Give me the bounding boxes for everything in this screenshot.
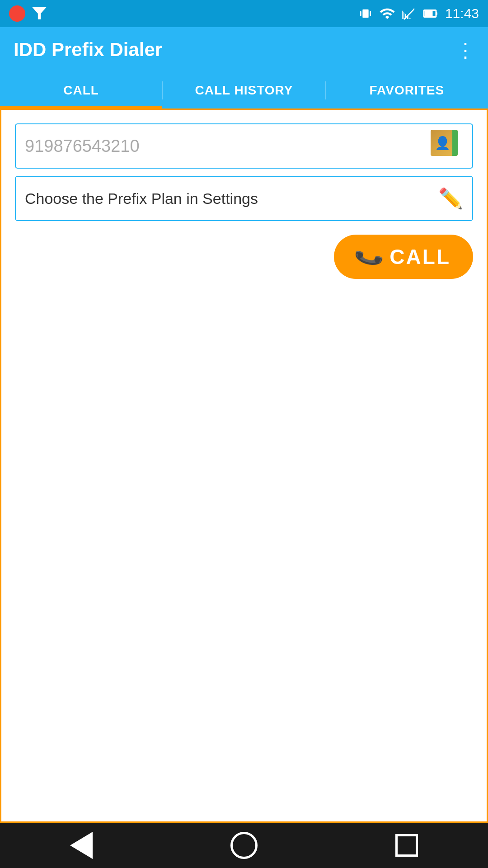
svg-rect-0 bbox=[362, 9, 368, 18]
call-button[interactable]: 📞 CALL bbox=[334, 235, 473, 279]
phone-icon: 📞 bbox=[352, 241, 386, 274]
contacts-button[interactable] bbox=[431, 130, 463, 162]
signal-icon bbox=[402, 6, 416, 21]
phone-input-container bbox=[15, 123, 473, 169]
tab-call-history[interactable]: CALL HISTORY bbox=[163, 72, 325, 108]
wifi-icon bbox=[379, 5, 395, 22]
home-nav-button[interactable] bbox=[226, 827, 262, 863]
svg-rect-5 bbox=[436, 12, 437, 15]
edit-prefix-button[interactable]: ✏️ bbox=[438, 187, 463, 210]
prefix-plan-text: Choose the Prefix Plan in Settings bbox=[25, 190, 438, 208]
svg-rect-1 bbox=[360, 11, 361, 16]
status-bar-left bbox=[9, 5, 48, 22]
phone-input[interactable] bbox=[25, 137, 431, 156]
contacts-icon bbox=[431, 130, 458, 156]
bottom-nav bbox=[0, 823, 488, 868]
status-bar-right: 11:43 bbox=[358, 5, 479, 22]
recents-icon bbox=[395, 834, 418, 857]
tab-call[interactable]: CALL bbox=[0, 72, 162, 108]
svg-rect-2 bbox=[370, 11, 371, 16]
vibrate-icon bbox=[358, 6, 373, 21]
svg-rect-4 bbox=[424, 11, 432, 16]
back-nav-button[interactable] bbox=[63, 827, 99, 863]
content-spacer bbox=[15, 279, 473, 808]
battery-icon bbox=[422, 5, 439, 22]
main-content: Choose the Prefix Plan in Settings ✏️ 📞 … bbox=[0, 108, 488, 823]
app-title: IDD Prefix Dialer bbox=[14, 39, 162, 61]
notification-icon bbox=[31, 5, 48, 22]
recents-nav-button[interactable] bbox=[389, 827, 425, 863]
app-header: IDD Prefix Dialer ⋮ bbox=[0, 27, 488, 72]
status-time: 11:43 bbox=[445, 6, 479, 21]
tab-favorites[interactable]: FAVORITES bbox=[326, 72, 488, 108]
prefix-container: Choose the Prefix Plan in Settings ✏️ bbox=[15, 176, 473, 221]
status-bar: 11:43 bbox=[0, 0, 488, 27]
home-icon bbox=[230, 832, 258, 859]
back-icon bbox=[70, 832, 93, 859]
call-button-label: CALL bbox=[389, 245, 450, 269]
tab-bar: CALL CALL HISTORY FAVORITES bbox=[0, 72, 488, 108]
record-indicator bbox=[9, 5, 25, 22]
more-menu-button[interactable]: ⋮ bbox=[455, 38, 474, 61]
